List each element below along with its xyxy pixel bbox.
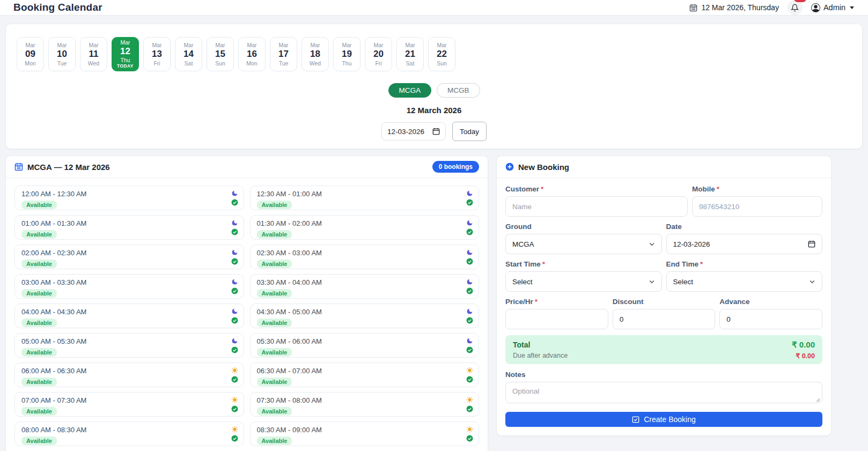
time-slot[interactable]: 02:30 AM - 03:00 AM Available [250, 245, 480, 269]
moon-icon [231, 190, 238, 197]
start-time-select[interactable]: Select [505, 271, 662, 292]
today-button[interactable]: Today [452, 122, 487, 141]
moon-icon [231, 219, 238, 226]
resize-grip-icon[interactable] [815, 397, 820, 402]
check-circle-icon [466, 405, 473, 412]
moon-icon [466, 249, 473, 256]
time-slot[interactable]: 02:00 AM - 02:30 AM Available [14, 245, 244, 269]
calendar-strip-card: Mar 09 Mon Mar 10 Tue Mar 11 Wed [5, 24, 863, 149]
mobile-input[interactable] [692, 196, 822, 217]
total-summary: Total ₹ 0.00 Due after advance ₹ 0.00 [505, 335, 822, 364]
time-slot[interactable]: 04:00 AM - 04:30 AM Available [14, 304, 244, 328]
ground-select[interactable]: MCGA [505, 234, 662, 254]
day-weekday-label: Tue [57, 60, 67, 66]
price-input[interactable] [505, 309, 608, 329]
day-card[interactable]: Mar 12 Thu TODAY [112, 37, 139, 71]
day-month-label: Mar [373, 42, 383, 48]
day-weekday-label: Fri [153, 60, 160, 66]
end-time-value: Select [673, 278, 694, 286]
time-slot[interactable]: 06:00 AM - 06:30 AM Available [14, 363, 244, 387]
day-card[interactable]: Mar 22 Sun [428, 37, 455, 71]
time-slot[interactable]: 08:00 AM - 08:30 AM Available [14, 422, 244, 446]
slot-status-badge: Available [257, 407, 292, 416]
create-booking-button[interactable]: Create Booking [505, 412, 822, 427]
slot-status-badge: Available [21, 437, 57, 445]
slot-time-label: 12:30 AM - 01:00 AM [257, 190, 473, 198]
day-card[interactable]: Mar 15 Sun [207, 37, 234, 71]
notes-label: Notes [505, 371, 822, 379]
slot-status-badge: Available [21, 348, 57, 357]
sun-icon [466, 396, 473, 403]
day-weekday-label: Sat [406, 60, 415, 66]
day-month-label: Mar [247, 42, 256, 48]
selected-date-heading: 12 March 2026 [11, 106, 857, 115]
day-card[interactable]: Mar 16 Mon [238, 37, 266, 71]
slot-status-badge: Available [21, 407, 57, 416]
time-slot[interactable]: 05:30 AM - 06:00 AM Available [250, 333, 480, 358]
discount-input[interactable] [613, 309, 716, 329]
booking-date-input[interactable]: 12-03-2026 [666, 234, 823, 254]
time-slot[interactable]: 03:00 AM - 03:30 AM Available [14, 274, 244, 299]
time-slot[interactable]: 04:30 AM - 05:00 AM Available [250, 304, 480, 328]
check-circle-icon [466, 287, 473, 294]
date-label: Date [666, 223, 823, 231]
time-slot[interactable]: 08:30 AM - 09:00 AM Available [250, 422, 480, 446]
day-card[interactable]: Mar 09 Mon [17, 37, 44, 71]
slot-status-badge: Available [21, 378, 57, 386]
day-card[interactable]: Mar 11 Wed [80, 37, 107, 71]
time-slot[interactable]: 07:30 AM - 08:00 AM Available [250, 392, 480, 417]
slot-time-label: 02:30 AM - 03:00 AM [257, 249, 473, 257]
day-month-label: Mar [89, 42, 98, 48]
day-weekday-label: Thu [120, 57, 130, 63]
day-card[interactable]: Mar 18 Wed [301, 37, 329, 71]
end-time-select[interactable]: Select [666, 271, 823, 292]
check-circle-icon [466, 199, 473, 206]
check-circle-icon [466, 317, 473, 324]
slot-time-label: 02:00 AM - 02:30 AM [21, 249, 237, 257]
due-amount: ₹ 0.00 [796, 352, 815, 360]
bookings-count-badge: 0 bookings [432, 161, 479, 173]
discount-label: Discount [613, 298, 716, 306]
advance-input[interactable] [719, 309, 822, 329]
day-card[interactable]: Mar 17 Tue [270, 37, 297, 71]
time-slot[interactable]: 01:00 AM - 01:30 AM Available [14, 215, 244, 240]
slot-status-badge: Available [257, 378, 292, 386]
time-slot[interactable]: 06:30 AM - 07:00 AM Available [250, 363, 480, 387]
slot-time-label: 07:00 AM - 07:30 AM [21, 396, 237, 404]
customer-input[interactable] [505, 196, 688, 217]
day-card[interactable]: Mar 14 Sat [175, 37, 202, 71]
time-slot[interactable]: 05:00 AM - 05:30 AM Available [14, 333, 244, 358]
sun-icon [231, 396, 238, 403]
total-label: Total [513, 341, 530, 349]
day-card[interactable]: Mar 20 Fri [365, 37, 392, 71]
notifications-button[interactable] [788, 0, 803, 15]
end-time-label: End Time* [666, 260, 823, 268]
date-picker-input[interactable]: 12-03-2026 [381, 122, 446, 141]
time-slot[interactable]: 12:00 AM - 12:30 AM Available [14, 186, 244, 210]
date-picker-value: 12-03-2026 [387, 128, 424, 136]
slots-panel: MCGA — 12 Mar 2026 0 bookings 12:00 AM -… [5, 156, 488, 451]
time-slot[interactable]: 01:30 AM - 02:00 AM Available [250, 215, 480, 240]
calendar-icon [432, 128, 440, 135]
slot-status-badge: Available [257, 201, 292, 209]
check-circle-icon [231, 376, 238, 383]
day-card[interactable]: Mar 10 Tue [48, 37, 76, 71]
day-card[interactable]: Mar 19 Thu [333, 37, 361, 71]
day-number-label: 10 [57, 49, 67, 60]
time-slot[interactable]: 03:30 AM - 04:00 AM Available [250, 274, 480, 299]
day-number-label: 12 [120, 46, 130, 57]
slot-status-badge: Available [257, 260, 292, 268]
time-slot[interactable]: 07:00 AM - 07:30 AM Available [14, 392, 244, 417]
admin-dropdown[interactable]: Admin [811, 3, 854, 12]
ground-tab[interactable]: MCGA [388, 83, 432, 98]
day-card[interactable]: Mar 21 Sat [396, 37, 424, 71]
admin-label: Admin [823, 3, 845, 12]
notes-textarea[interactable] [505, 382, 822, 403]
ground-label: Ground [505, 223, 662, 231]
ground-tab[interactable]: MCGB [437, 83, 480, 98]
slot-time-label: 03:30 AM - 04:00 AM [257, 278, 473, 286]
time-slot[interactable]: 12:30 AM - 01:00 AM Available [250, 186, 480, 210]
day-number-label: 09 [25, 49, 35, 60]
day-card[interactable]: Mar 13 Fri [143, 37, 171, 71]
calendar-icon [689, 4, 697, 12]
